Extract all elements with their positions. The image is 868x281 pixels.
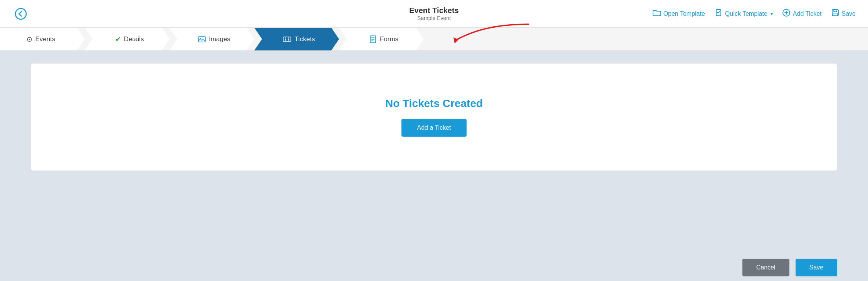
no-tickets-message: No Tickets Created [385,97,483,110]
add-ticket-button[interactable]: Add a Ticket [401,119,466,137]
forms-icon [369,35,377,43]
header-center: Event Tickets Sample Event [409,6,459,21]
quick-template-label: Quick Template [725,10,767,17]
add-ticket-header-button[interactable]: Add Ticket [782,8,822,19]
svg-point-0 [15,8,26,19]
plus-circle-icon [782,8,791,19]
nav-step-forms[interactable]: Forms [339,28,424,50]
header-left [12,5,29,22]
open-template-label: Open Template [663,10,705,17]
svg-rect-7 [833,13,838,16]
svg-point-12 [285,38,286,40]
nav-details-label: Details [124,35,144,43]
quick-template-button[interactable]: Quick Template ▾ [714,8,773,19]
svg-rect-6 [834,10,837,12]
svg-rect-11 [283,37,291,42]
nav-step-details[interactable]: ✔ Details [85,28,170,50]
tickets-panel: No Tickets Created Add a Ticket [31,63,837,171]
events-icon: ⊙ [27,35,32,43]
clipboard-icon [714,8,723,19]
main-content: No Tickets Created Add a Ticket [0,51,868,251]
folder-icon [653,8,661,19]
details-check-icon: ✔ [115,35,121,43]
save-icon [831,8,839,19]
breadcrumb-nav: ⊙ Events ✔ Details Images Tickets [0,28,868,51]
cancel-button[interactable]: Cancel [742,259,789,276]
save-button[interactable]: Save [796,259,837,276]
header-actions: Open Template Quick Template ▾ [653,8,856,19]
open-template-button[interactable]: Open Template [653,8,705,19]
images-icon [198,35,206,43]
add-ticket-header-label: Add Ticket [793,10,822,17]
header: Event Tickets Sample Event Open Template… [0,0,868,28]
nav-step-tickets[interactable]: Tickets [254,28,339,50]
back-button[interactable] [12,5,29,22]
nav-events-label: Events [35,35,55,43]
svg-point-13 [288,38,289,40]
tickets-icon [283,35,291,43]
dropdown-caret-icon: ▾ [771,11,773,17]
nav-images-label: Images [209,35,230,43]
page-subtitle: Sample Event [409,15,459,21]
nav-tickets-label: Tickets [294,35,315,43]
nav-step-events[interactable]: ⊙ Events [0,28,85,50]
save-header-button[interactable]: Save [831,8,856,19]
nav-step-images[interactable]: Images [170,28,254,50]
save-header-label: Save [842,10,856,17]
footer-actions: Cancel Save [0,251,868,281]
nav-forms-label: Forms [380,35,398,43]
page-title: Event Tickets [409,6,459,15]
svg-rect-9 [198,37,205,42]
